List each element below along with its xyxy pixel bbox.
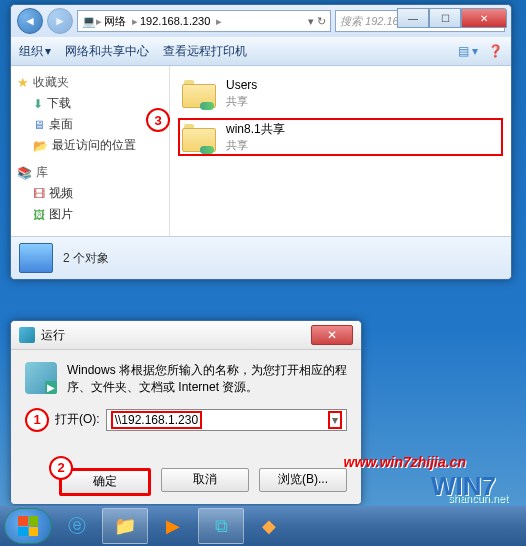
breadcrumb[interactable]: 💻 ▸ 网络 ▸ 192.168.1.230 ▸ ▾ ↻ — [77, 10, 331, 32]
run-titlebar: 运行 ✕ — [11, 321, 361, 350]
sidebar-libraries[interactable]: 📚库 — [15, 162, 165, 183]
content-pane: Users共享 3 win8.1共享共享 — [170, 66, 511, 236]
sidebar-item-videos[interactable]: 🎞视频 — [15, 183, 165, 204]
run-app-icon — [25, 362, 57, 394]
computer-icon — [19, 243, 53, 273]
explorer-window: ◄ ► 💻 ▸ 网络 ▸ 192.168.1.230 ▸ ▾ ↻ 搜索 192.… — [10, 4, 512, 280]
taskbar-app[interactable]: ◆ — [246, 508, 292, 544]
run-open-label: 打开(O): — [55, 411, 100, 428]
breadcrumb-ip[interactable]: 192.168.1.230 — [138, 15, 216, 27]
browse-button[interactable]: 浏览(B)... — [259, 468, 347, 492]
watermark-url: www.win7zhijia.cn — [344, 454, 466, 470]
annotation-2: 2 — [49, 456, 73, 480]
sidebar-item-recent[interactable]: 📂最近访问的位置 — [15, 135, 165, 156]
start-button[interactable] — [4, 508, 52, 544]
run-value: \\192.168.1.230 — [111, 411, 202, 429]
folder-users[interactable]: Users共享 — [178, 74, 503, 112]
sidebar: ★收藏夹 ⬇下载 🖥桌面 📂最近访问的位置 📚库 🎞视频 🖼图片 — [11, 66, 170, 236]
sidebar-item-desktop[interactable]: 🖥桌面 — [15, 114, 165, 135]
sidebar-item-pictures[interactable]: 🖼图片 — [15, 204, 165, 225]
taskbar: ⓔ 📁 ▶ ⧉ ◆ — [0, 506, 526, 546]
organize-button[interactable]: 组织 ▾ — [19, 43, 51, 60]
watermark-shancun: shancun.net — [448, 492, 508, 504]
annotation-1: 1 — [25, 408, 49, 432]
taskbar-explorer[interactable]: 📁 — [102, 508, 148, 544]
run-dialog: 运行 ✕ Windows 将根据您所输入的名称，为您打开相应的程序、文件夹、文档… — [10, 320, 362, 505]
folder-icon — [182, 122, 218, 152]
network-center-button[interactable]: 网络和共享中心 — [65, 43, 149, 60]
close-button[interactable]: ✕ — [461, 8, 507, 28]
back-button[interactable]: ◄ — [17, 8, 43, 34]
taskbar-mediaplayer[interactable]: ▶ — [150, 508, 196, 544]
run-icon — [19, 327, 35, 343]
cancel-button[interactable]: 取消 — [161, 468, 249, 492]
breadcrumb-network[interactable]: 网络 — [102, 14, 132, 29]
address-bar: ◄ ► 💻 ▸ 网络 ▸ 192.168.1.230 ▸ ▾ ↻ 搜索 192.… — [11, 5, 511, 37]
run-description: Windows 将根据您所输入的名称，为您打开相应的程序、文件夹、文档或 Int… — [67, 362, 347, 396]
sidebar-item-downloads[interactable]: ⬇下载 — [15, 93, 165, 114]
run-title-text: 运行 — [41, 327, 65, 344]
minimize-button[interactable]: — — [397, 8, 429, 28]
toolbar: 组织 ▾ 网络和共享中心 查看远程打印机 ▤ ▾ ❓ — [11, 37, 511, 66]
folder-icon — [182, 78, 218, 108]
taskbar-ie[interactable]: ⓔ — [54, 508, 100, 544]
folder-win81[interactable]: win8.1共享共享 — [178, 118, 503, 156]
ok-button[interactable]: 确定 — [59, 468, 151, 496]
annotation-3: 3 — [146, 108, 170, 132]
maximize-button[interactable]: ☐ — [429, 8, 461, 28]
printers-button[interactable]: 查看远程打印机 — [163, 43, 247, 60]
status-bar: 2 个对象 — [11, 236, 511, 279]
sidebar-favorites[interactable]: ★收藏夹 — [15, 72, 165, 93]
run-close-button[interactable]: ✕ — [311, 325, 353, 345]
forward-button[interactable]: ► — [47, 8, 73, 34]
status-text: 2 个对象 — [63, 250, 109, 267]
taskbar-run[interactable]: ⧉ — [198, 508, 244, 544]
run-input[interactable]: \\192.168.1.230 ▾ — [106, 409, 347, 431]
